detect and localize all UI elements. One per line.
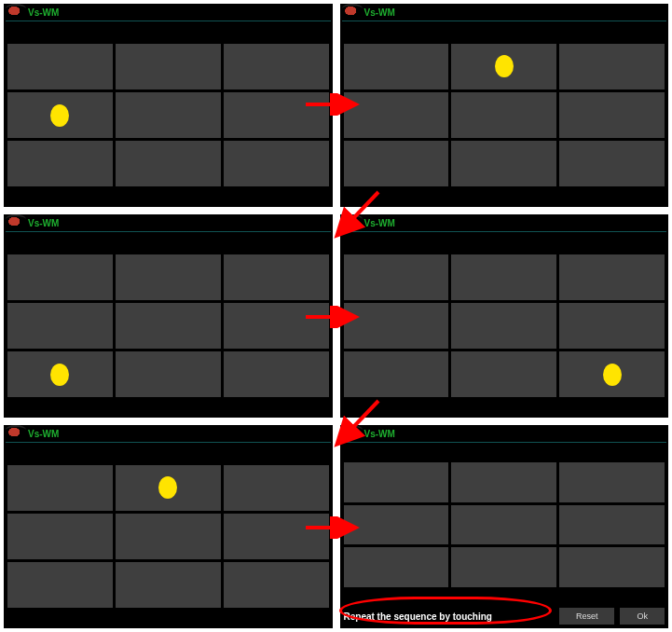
- reset-button[interactable]: Reset: [559, 608, 615, 625]
- bottom-bar: Repeat the sequence by touchingResetOk: [340, 605, 669, 628]
- app-logo-icon: [7, 216, 24, 229]
- grid-cell: [344, 92, 449, 138]
- app-logo-icon: [7, 427, 24, 440]
- grid-cell: [224, 514, 329, 559]
- grid-cell: [7, 351, 113, 397]
- grid-cell: [559, 254, 665, 300]
- grid-cell: [224, 254, 329, 300]
- instruction-text: Repeat the sequence by touching: [344, 611, 554, 622]
- stimulus-grid: [344, 254, 665, 398]
- grid-cell: [344, 141, 449, 186]
- grid-cell: [116, 254, 221, 300]
- grid-cell: [224, 92, 329, 138]
- grid-area: [340, 234, 669, 418]
- title-divider: [6, 442, 331, 443]
- app-title: Vs-WM: [364, 218, 395, 228]
- grid-cell: [559, 303, 665, 349]
- grid-cell: [224, 303, 329, 349]
- grid-cell: [224, 351, 329, 397]
- grid-cell[interactable]: [451, 547, 556, 587]
- task-panel: Vs-WM: [340, 4, 669, 207]
- stimulus-grid: [344, 462, 665, 587]
- task-panel: Vs-WM: [4, 214, 333, 418]
- grid-area: [340, 445, 669, 605]
- stimulus-dot-icon: [50, 104, 69, 127]
- title-divider: [342, 231, 667, 232]
- grid-area: [4, 23, 333, 207]
- grid-cell: [451, 303, 556, 349]
- grid-cell: [7, 92, 113, 138]
- grid-cell[interactable]: [559, 505, 665, 545]
- grid-cell: [224, 465, 329, 511]
- grid-cell: [116, 44, 221, 89]
- grid-cell: [116, 303, 221, 349]
- grid-cell: [224, 44, 329, 89]
- app-logo-icon: [344, 216, 361, 229]
- grid-cell: [559, 92, 665, 138]
- title-divider: [342, 21, 667, 21]
- task-panel: Vs-WM: [4, 4, 333, 207]
- grid-cell: [344, 351, 449, 397]
- grid-cell: [116, 465, 221, 511]
- task-panel: Vs-WM: [4, 425, 333, 628]
- stimulus-dot-icon: [495, 55, 514, 77]
- app-title: Vs-WM: [28, 7, 59, 18]
- title-bar: Vs-WM: [4, 214, 333, 231]
- app-logo-icon: [344, 427, 361, 440]
- grid-cell[interactable]: [451, 462, 556, 502]
- title-divider: [342, 442, 667, 443]
- ok-button[interactable]: Ok: [620, 608, 665, 625]
- grid-cell: [7, 465, 113, 511]
- title-divider: [6, 231, 331, 232]
- stimulus-grid: [344, 44, 665, 187]
- grid-cell: [451, 141, 556, 186]
- grid-cell: [224, 562, 329, 608]
- grid-cell[interactable]: [344, 505, 449, 545]
- grid-cell: [451, 351, 556, 397]
- stimulus-dot-icon: [50, 364, 69, 386]
- title-bar: Vs-WM: [4, 425, 333, 442]
- grid-cell[interactable]: [344, 547, 449, 587]
- grid-cell: [116, 351, 221, 397]
- app-logo-icon: [344, 6, 361, 19]
- app-title: Vs-WM: [28, 218, 59, 228]
- grid-cell[interactable]: [451, 505, 556, 545]
- app-title: Vs-WM: [364, 7, 395, 18]
- task-panel: Vs-WMRepeat the sequence by touchingRese…: [340, 425, 669, 628]
- grid-cell: [7, 562, 113, 608]
- stimulus-grid: [7, 465, 329, 609]
- stimulus-grid: [7, 44, 329, 187]
- app-title: Vs-WM: [364, 429, 395, 439]
- task-panel: Vs-WM: [340, 214, 669, 418]
- title-bar: Vs-WM: [4, 4, 333, 21]
- grid-cell: [7, 141, 113, 186]
- grid-cell: [7, 254, 113, 300]
- grid-cell: [7, 303, 113, 349]
- grid-cell: [7, 514, 113, 559]
- grid-cell: [344, 303, 449, 349]
- title-bar: Vs-WM: [340, 4, 669, 21]
- grid-cell: [559, 141, 665, 186]
- app-logo-icon: [7, 6, 24, 19]
- grid-cell: [344, 44, 449, 89]
- stimulus-grid: [7, 254, 329, 398]
- title-bar: Vs-WM: [340, 425, 669, 442]
- grid-cell: [559, 351, 665, 397]
- grid-cell: [559, 44, 665, 89]
- grid-cell: [116, 562, 221, 608]
- grid-cell: [116, 514, 221, 559]
- grid-cell: [344, 254, 449, 300]
- grid-cell[interactable]: [559, 462, 665, 502]
- title-bar: Vs-WM: [340, 214, 669, 231]
- grid-area: [4, 445, 333, 628]
- grid-cell: [7, 44, 113, 89]
- grid-area: [340, 23, 669, 207]
- grid-cell[interactable]: [559, 547, 665, 587]
- grid-cell: [451, 92, 556, 138]
- stimulus-dot-icon: [603, 364, 622, 386]
- stimulus-dot-icon: [158, 476, 177, 499]
- app-title: Vs-WM: [28, 429, 59, 439]
- grid-cell[interactable]: [344, 462, 449, 502]
- grid-cell: [116, 141, 221, 186]
- title-divider: [6, 21, 331, 21]
